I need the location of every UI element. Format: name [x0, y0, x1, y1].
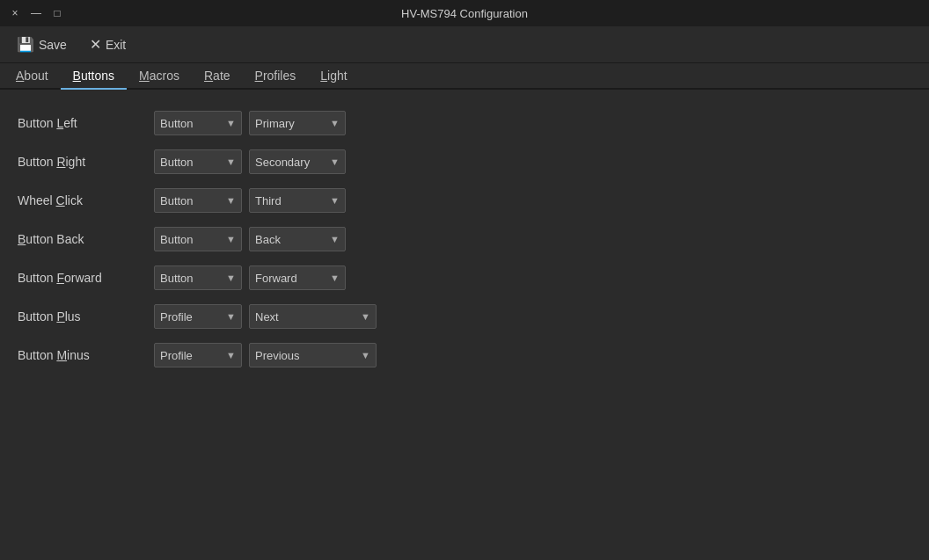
type-arrow-1: ▼ [226, 156, 236, 167]
action-dropdown-4[interactable]: Forward▼ [249, 265, 346, 290]
type-arrow-6: ▼ [226, 350, 236, 360]
tab-profiles-label: Profiles [255, 69, 296, 83]
type-dropdown-0[interactable]: Button▼ [154, 111, 242, 135]
button-row-3: Button BackButton▼Back▼ [18, 220, 911, 258]
row-label-6: Button Minus [18, 348, 154, 362]
type-arrow-2: ▼ [226, 195, 236, 206]
action-dropdown-2[interactable]: Third▼ [249, 188, 346, 213]
action-arrow-1: ▼ [330, 156, 340, 167]
type-arrow-0: ▼ [226, 118, 236, 128]
action-dropdown-0[interactable]: Primary▼ [249, 111, 346, 135]
tab-buttons-label: Buttons [73, 69, 114, 83]
action-arrow-4: ▼ [330, 273, 340, 283]
row-label-0: Button Left [18, 116, 154, 130]
type-dropdown-5[interactable]: Profile▼ [154, 304, 242, 329]
tab-macros[interactable]: Macros [127, 63, 192, 90]
action-value-5: Next [255, 310, 357, 324]
tab-rate-label: Rate [204, 69, 230, 83]
tab-buttons[interactable]: Buttons [61, 63, 127, 90]
maximize-button[interactable]: □ [49, 5, 65, 21]
action-dropdown-3[interactable]: Back▼ [249, 227, 346, 251]
action-value-6: Previous [255, 349, 357, 362]
tab-rate[interactable]: Rate [192, 63, 243, 90]
row-label-4: Button Forward [18, 271, 154, 285]
button-row-2: Wheel ClickButton▼Third▼ [18, 181, 911, 220]
row-label-3: Button Back [18, 232, 154, 246]
button-row-1: Button RightButton▼Secondary▼ [18, 142, 911, 181]
type-value-3: Button [160, 233, 223, 246]
tab-macros-label: Macros [139, 69, 179, 83]
action-value-2: Third [255, 194, 326, 207]
type-value-5: Profile [160, 310, 223, 324]
row-label-5: Button Plus [18, 309, 154, 324]
content-area: Button LeftButton▼Primary▼Button RightBu… [0, 90, 929, 389]
action-arrow-2: ▼ [330, 195, 340, 206]
button-row-5: Button PlusProfile▼Next▼ [18, 297, 911, 336]
exit-button[interactable]: ✕ Exit [80, 32, 135, 57]
action-value-3: Back [255, 233, 326, 246]
action-dropdown-5[interactable]: Next▼ [249, 304, 377, 329]
tab-about[interactable]: About [4, 63, 61, 90]
title-bar: × — □ HV-MS794 Configuration [0, 0, 929, 26]
tab-profiles[interactable]: Profiles [243, 63, 309, 90]
action-arrow-5: ▼ [361, 311, 370, 322]
tab-light[interactable]: Light [308, 63, 359, 90]
type-value-1: Button [160, 156, 223, 169]
type-dropdown-1[interactable]: Button▼ [154, 149, 242, 174]
dropdown-group-4: Button▼Forward▼ [154, 265, 346, 290]
action-arrow-6: ▼ [361, 350, 370, 360]
tab-about-label: About [16, 69, 48, 83]
type-value-6: Profile [160, 349, 223, 362]
button-row-0: Button LeftButton▼Primary▼ [18, 104, 911, 142]
type-arrow-3: ▼ [226, 234, 236, 244]
action-arrow-0: ▼ [330, 118, 340, 128]
action-value-0: Primary [255, 117, 326, 130]
dropdown-group-6: Profile▼Previous▼ [154, 343, 377, 367]
type-value-4: Button [160, 272, 223, 285]
minimize-button[interactable]: — [28, 5, 44, 21]
type-arrow-4: ▼ [226, 273, 236, 283]
save-button[interactable]: 💾 Save [7, 32, 77, 57]
action-value-1: Secondary [255, 156, 326, 169]
action-dropdown-6[interactable]: Previous▼ [249, 343, 377, 367]
type-dropdown-3[interactable]: Button▼ [154, 227, 242, 251]
dropdown-group-1: Button▼Secondary▼ [154, 149, 346, 174]
action-value-4: Forward [255, 272, 326, 285]
dropdown-group-5: Profile▼Next▼ [154, 304, 377, 329]
window-title: HV-MS794 Configuration [65, 7, 864, 20]
action-arrow-3: ▼ [330, 234, 340, 244]
type-dropdown-2[interactable]: Button▼ [154, 188, 242, 213]
type-dropdown-6[interactable]: Profile▼ [154, 343, 242, 367]
dropdown-group-0: Button▼Primary▼ [154, 111, 346, 135]
type-dropdown-4[interactable]: Button▼ [154, 265, 242, 290]
save-icon: 💾 [17, 36, 34, 53]
exit-label: Exit [106, 38, 126, 52]
dropdown-group-3: Button▼Back▼ [154, 227, 346, 251]
button-row-4: Button ForwardButton▼Forward▼ [18, 258, 911, 297]
toolbar: 💾 Save ✕ Exit [0, 26, 929, 63]
action-dropdown-1[interactable]: Secondary▼ [249, 149, 346, 174]
type-value-2: Button [160, 194, 223, 207]
row-label-2: Wheel Click [18, 193, 154, 207]
tab-bar: About Buttons Macros Rate Profiles Light [0, 63, 929, 90]
exit-icon: ✕ [90, 36, 101, 53]
close-button[interactable]: × [7, 5, 23, 21]
window-controls: × — □ [7, 5, 65, 21]
tab-light-label: Light [320, 69, 347, 83]
save-label: Save [39, 38, 67, 52]
button-row-6: Button MinusProfile▼Previous▼ [18, 336, 911, 375]
row-label-1: Button Right [18, 155, 154, 169]
type-value-0: Button [160, 117, 223, 130]
dropdown-group-2: Button▼Third▼ [154, 188, 346, 213]
type-arrow-5: ▼ [226, 311, 236, 322]
